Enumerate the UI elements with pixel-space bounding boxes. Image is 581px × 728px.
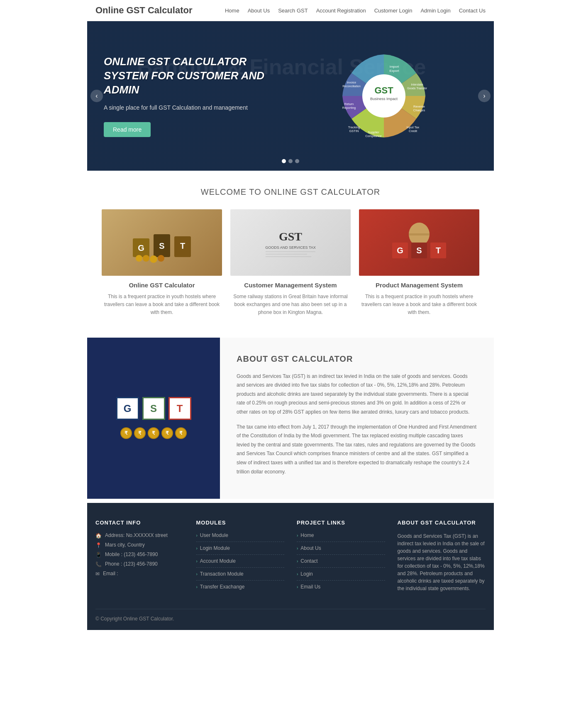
contact-phone-text: Phone : (123) 456-7890 <box>105 561 158 567</box>
module-user[interactable]: › User Module <box>196 532 285 542</box>
mobile-icon: 📱 <box>95 552 102 558</box>
contact-email: ✉ Email : <box>95 571 184 577</box>
svg-text:Tracking: Tracking <box>348 125 360 129</box>
svg-text:Export: Export <box>389 69 399 73</box>
svg-text:Business Impact: Business Impact <box>370 97 398 101</box>
footer-bottom: © Copyright Online GST Calculator. <box>95 609 486 622</box>
rupee-coin-2: ₹ <box>134 427 146 439</box>
nav-account-registration[interactable]: Account Registration <box>316 7 366 14</box>
hero-dot-1[interactable] <box>282 159 286 163</box>
hero-next-arrow[interactable]: › <box>478 90 491 102</box>
nav-customer-login[interactable]: Customer Login <box>374 7 413 14</box>
hero-title: ONLINE GST CALCULATOR SYSTEM FOR CUSTOME… <box>104 55 290 97</box>
svg-text:S: S <box>159 241 164 250</box>
contact-mobile-text: Mobile : (123) 456-7890 <box>105 552 158 557</box>
card3-desc: This is a frequent practice in youth hos… <box>359 293 479 317</box>
card-img-product: G S T <box>359 209 479 276</box>
svg-text:Goods Transfer: Goods Transfer <box>407 87 427 90</box>
about-para2: The tax came into effect from July 1, 20… <box>237 423 477 477</box>
rupee-coin-5: ₹ <box>175 427 187 439</box>
card2-title: Customer Management System <box>230 282 351 289</box>
svg-text:Return: Return <box>344 102 354 106</box>
hero-dots <box>282 159 299 163</box>
svg-text:T: T <box>180 241 185 250</box>
copyright-text: © Copyright Online GST Calculator. <box>95 616 174 622</box>
contact-email-text: Email : <box>103 571 118 576</box>
svg-text:GST: GST <box>374 85 393 96</box>
rupee-coin-3: ₹ <box>148 427 159 439</box>
svg-text:Credit: Credit <box>409 129 417 133</box>
footer-grid: CONTACT INFO 🏠 Address: No.XXXXXX street… <box>95 520 486 596</box>
project-about[interactable]: › About Us <box>297 545 385 555</box>
project-home-label: Home <box>300 532 314 538</box>
footer-contact-title: CONTACT INFO <box>95 520 184 526</box>
hero-subtitle: A single place for full GST Calculation … <box>104 103 290 112</box>
block-t: T <box>168 397 191 420</box>
gst-block-row-1: G S T <box>116 397 191 420</box>
project-email[interactable]: › Email Us <box>297 584 385 593</box>
project-home[interactable]: › Home <box>297 532 385 542</box>
svg-text:Reporting: Reporting <box>342 106 356 110</box>
svg-point-27 <box>150 255 157 263</box>
nav-home[interactable]: Home <box>225 7 239 14</box>
card-customer-mgmt: GST GOODS AND SERVICES TAX Customer Mana… <box>230 209 351 317</box>
module-transfer[interactable]: › Transfer Exachange <box>196 584 285 593</box>
arrow-icon: › <box>196 572 198 576</box>
footer-about-text: Goods and Services Tax (GST) is an indir… <box>398 532 486 592</box>
site-header: Online GST Calculator Home About Us Sear… <box>87 0 494 21</box>
svg-text:Import: Import <box>390 65 399 69</box>
project-login-label: Login <box>300 571 312 577</box>
svg-text:Input Tax: Input Tax <box>407 125 420 129</box>
project-login[interactable]: › Login <box>297 571 385 581</box>
hero-prev-arrow[interactable]: ‹ <box>90 90 103 102</box>
footer-about-gst: ABOUT GST CALCULATOR Goods and Services … <box>398 520 486 596</box>
phone-icon: 📞 <box>95 561 102 567</box>
about-title: ABOUT GST CALCULATOR <box>237 354 477 364</box>
svg-text:Compliance: Compliance <box>365 134 382 138</box>
project-contact-label: Contact <box>300 558 317 564</box>
about-section: G S T ₹ ₹ ₹ ₹ ₹ ABOUT GST CALCULATOR Goo… <box>87 338 494 499</box>
contact-address-text: Address: No.XXXXXX street <box>105 532 168 538</box>
rupee-coin-1: ₹ <box>120 427 132 439</box>
nav-contact-us[interactable]: Contact Us <box>459 7 486 14</box>
svg-text:Supplier: Supplier <box>368 130 379 134</box>
svg-point-28 <box>158 255 164 262</box>
module-transaction[interactable]: › Transaction Module <box>196 571 285 581</box>
card-img-customer: GST GOODS AND SERVICES TAX <box>230 209 351 276</box>
svg-text:Charges: Charges <box>413 108 425 112</box>
project-contact[interactable]: › Contact <box>297 558 385 568</box>
arrow-icon: › <box>297 533 298 538</box>
svg-point-25 <box>136 255 142 262</box>
arrow-icon: › <box>297 585 298 589</box>
svg-text:Interstate: Interstate <box>411 83 423 86</box>
card1-desc: This is a frequent practice in youth hos… <box>102 293 222 317</box>
read-more-button[interactable]: Read more <box>104 122 151 137</box>
arrow-icon: › <box>196 546 198 551</box>
svg-point-26 <box>143 255 149 262</box>
card3-title: Product Management System <box>359 282 479 289</box>
footer-about-title: ABOUT GST CALCULATOR <box>398 520 486 526</box>
card-img-gst-calc: G S T <box>102 209 222 276</box>
email-icon: ✉ <box>95 571 100 577</box>
welcome-section: WELCOME TO ONLINE GST CALCULATOR G S T O… <box>87 171 494 333</box>
home-icon: 🏠 <box>95 533 102 539</box>
module-login[interactable]: › Login Module <box>196 545 285 555</box>
svg-text:Invoice: Invoice <box>347 81 356 84</box>
card2-desc: Some railway stations in Great Britain h… <box>230 293 351 317</box>
card-product-mgmt: G S T Product Management System This is … <box>359 209 479 317</box>
arrow-icon: › <box>196 533 198 538</box>
site-footer: CONTACT INFO 🏠 Address: No.XXXXXX street… <box>87 503 494 630</box>
arrow-icon: › <box>297 572 298 576</box>
nav-search-gst[interactable]: Search GST <box>278 7 308 14</box>
location-icon: 📍 <box>95 542 102 548</box>
nav-admin-login[interactable]: Admin Login <box>420 7 450 14</box>
nav-about[interactable]: About Us <box>248 7 270 14</box>
cards-container: G S T Online GST Calculator This is a fr… <box>95 209 486 317</box>
module-account[interactable]: › Account Module <box>196 558 285 568</box>
project-about-label: About Us <box>300 545 321 551</box>
footer-modules: MODULES › User Module › Login Module › A… <box>196 520 285 596</box>
hero-dot-3[interactable] <box>295 159 299 163</box>
hero-dot-2[interactable] <box>288 159 293 163</box>
arrow-icon: › <box>196 585 198 589</box>
svg-text:Reverse: Reverse <box>413 105 425 108</box>
